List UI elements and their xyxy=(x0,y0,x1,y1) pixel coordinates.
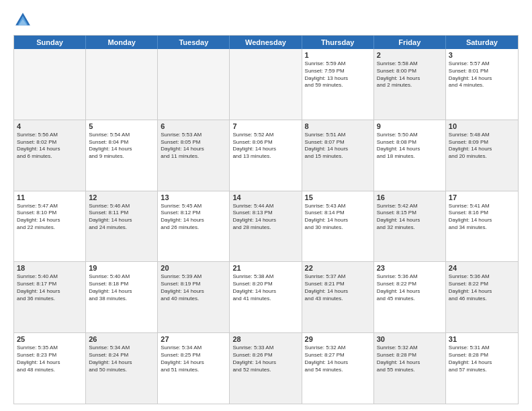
cell-line: and 18 minutes. xyxy=(377,153,443,161)
calendar-header: SundayMondayTuesdayWednesdayThursdayFrid… xyxy=(14,36,518,49)
cell-line: Sunrise: 5:56 AM xyxy=(17,132,83,139)
day-number: 20 xyxy=(161,264,226,272)
cell-line: Daylight: 14 hours xyxy=(89,146,154,153)
cell-line: Sunset: 8:20 PM xyxy=(232,281,298,288)
calendar-cell: 19Sunrise: 5:40 AMSunset: 8:18 PMDayligh… xyxy=(86,262,158,332)
cell-line: Sunrise: 5:35 AM xyxy=(17,345,83,352)
day-number: 8 xyxy=(305,122,371,130)
cell-line: Sunset: 8:02 PM xyxy=(17,139,83,146)
day-number: 1 xyxy=(305,51,371,59)
cell-line: Daylight: 14 hours xyxy=(89,359,154,367)
cell-line: Sunset: 8:19 PM xyxy=(161,281,226,288)
day-number: 4 xyxy=(17,122,83,130)
cell-line: Sunset: 8:16 PM xyxy=(449,210,515,217)
cell-line: Sunrise: 5:36 AM xyxy=(449,273,515,281)
calendar-cell: 14Sunrise: 5:44 AMSunset: 8:13 PMDayligh… xyxy=(230,191,302,262)
cell-line: and 30 minutes. xyxy=(305,224,371,232)
cell-line: and 22 minutes. xyxy=(17,224,83,232)
calendar-row: 25Sunrise: 5:35 AMSunset: 8:23 PMDayligh… xyxy=(14,332,518,404)
page: SundayMondayTuesdayWednesdayThursdayFrid… xyxy=(0,0,532,411)
cell-line: Sunset: 8:22 PM xyxy=(449,281,515,288)
calendar-cell xyxy=(86,49,158,120)
calendar-cell: 29Sunrise: 5:32 AMSunset: 8:27 PMDayligh… xyxy=(302,333,374,404)
cell-line: Daylight: 14 hours xyxy=(305,288,371,295)
day-number: 25 xyxy=(17,335,83,343)
cell-line: Sunset: 8:24 PM xyxy=(89,352,154,359)
cell-line: Daylight: 14 hours xyxy=(161,359,226,367)
calendar-row: 11Sunrise: 5:47 AMSunset: 8:10 PMDayligh… xyxy=(14,191,518,262)
calendar-cell: 11Sunrise: 5:47 AMSunset: 8:10 PMDayligh… xyxy=(14,191,86,262)
cell-line: and 15 minutes. xyxy=(305,153,371,161)
header-cell-friday: Friday xyxy=(374,36,446,49)
cell-line: Daylight: 14 hours xyxy=(449,359,515,367)
calendar-cell: 31Sunrise: 5:31 AMSunset: 8:28 PMDayligh… xyxy=(446,333,518,404)
cell-line: Daylight: 14 hours xyxy=(89,217,154,224)
cell-line: Sunrise: 5:44 AM xyxy=(232,203,298,210)
cell-line: and 6 minutes. xyxy=(17,153,83,161)
cell-line: and 59 minutes. xyxy=(305,82,371,89)
cell-line: Sunrise: 5:59 AM xyxy=(305,60,371,68)
day-number: 11 xyxy=(17,193,83,201)
day-number: 18 xyxy=(17,264,83,272)
cell-line: Sunrise: 5:38 AM xyxy=(232,273,298,281)
day-number: 16 xyxy=(377,193,443,201)
header-cell-wednesday: Wednesday xyxy=(230,36,302,49)
cell-line: Sunset: 8:27 PM xyxy=(305,352,371,359)
day-number: 19 xyxy=(89,264,154,272)
calendar-cell: 18Sunrise: 5:40 AMSunset: 8:17 PMDayligh… xyxy=(14,262,86,332)
cell-line: Sunset: 8:28 PM xyxy=(377,352,443,359)
calendar-cell: 1Sunrise: 5:59 AMSunset: 7:59 PMDaylight… xyxy=(302,49,374,120)
calendar-cell: 7Sunrise: 5:52 AMSunset: 8:06 PMDaylight… xyxy=(230,120,302,191)
calendar: SundayMondayTuesdayWednesdayThursdayFrid… xyxy=(13,35,519,404)
cell-line: Sunrise: 5:48 AM xyxy=(449,132,515,139)
cell-line: Daylight: 14 hours xyxy=(161,217,226,224)
cell-line: and 46 minutes. xyxy=(449,295,515,303)
cell-line: and 2 minutes. xyxy=(377,82,443,89)
cell-line: and 51 minutes. xyxy=(161,367,226,374)
header-cell-thursday: Thursday xyxy=(302,36,374,49)
cell-line: and 41 minutes. xyxy=(232,295,298,303)
day-number: 2 xyxy=(377,51,443,59)
calendar-cell: 30Sunrise: 5:32 AMSunset: 8:28 PMDayligh… xyxy=(374,333,446,404)
cell-line: Sunrise: 5:58 AM xyxy=(377,60,443,68)
cell-line: and 54 minutes. xyxy=(305,367,371,374)
calendar-cell: 10Sunrise: 5:48 AMSunset: 8:09 PMDayligh… xyxy=(446,120,518,191)
cell-line: and 24 minutes. xyxy=(89,224,154,232)
calendar-cell: 4Sunrise: 5:56 AMSunset: 8:02 PMDaylight… xyxy=(14,120,86,191)
cell-line: Sunrise: 5:32 AM xyxy=(377,345,443,352)
calendar-body: 1Sunrise: 5:59 AMSunset: 7:59 PMDaylight… xyxy=(14,49,518,404)
cell-line: Daylight: 14 hours xyxy=(17,146,83,153)
cell-line: and 9 minutes. xyxy=(89,153,154,161)
cell-line: Daylight: 14 hours xyxy=(449,288,515,295)
cell-line: Sunset: 8:23 PM xyxy=(17,352,83,359)
cell-line: Daylight: 14 hours xyxy=(377,217,443,224)
cell-line: and 28 minutes. xyxy=(232,224,298,232)
cell-line: Sunrise: 5:46 AM xyxy=(89,203,154,210)
cell-line: Sunset: 8:09 PM xyxy=(449,139,515,146)
calendar-cell: 25Sunrise: 5:35 AMSunset: 8:23 PMDayligh… xyxy=(14,333,86,404)
cell-line: Daylight: 14 hours xyxy=(161,146,226,153)
header-cell-sunday: Sunday xyxy=(14,36,86,49)
calendar-cell: 21Sunrise: 5:38 AMSunset: 8:20 PMDayligh… xyxy=(230,262,302,332)
cell-line: Sunset: 7:59 PM xyxy=(305,68,371,75)
header-cell-tuesday: Tuesday xyxy=(158,36,230,49)
cell-line: Sunset: 8:12 PM xyxy=(161,210,226,217)
cell-line: Daylight: 13 hours xyxy=(305,75,371,83)
day-number: 10 xyxy=(449,122,515,130)
day-number: 7 xyxy=(232,122,298,130)
cell-line: Sunset: 8:06 PM xyxy=(232,139,298,146)
cell-line: Sunrise: 5:45 AM xyxy=(161,203,226,210)
cell-line: Sunrise: 5:51 AM xyxy=(305,132,371,139)
cell-line: Daylight: 14 hours xyxy=(161,288,226,295)
cell-line: and 11 minutes. xyxy=(161,153,226,161)
calendar-row: 1Sunrise: 5:59 AMSunset: 7:59 PMDaylight… xyxy=(14,49,518,120)
cell-line: Sunset: 8:25 PM xyxy=(161,352,226,359)
cell-line: Daylight: 14 hours xyxy=(17,288,83,295)
calendar-cell: 23Sunrise: 5:36 AMSunset: 8:22 PMDayligh… xyxy=(374,262,446,332)
cell-line: Sunset: 8:28 PM xyxy=(449,352,515,359)
calendar-cell: 27Sunrise: 5:34 AMSunset: 8:25 PMDayligh… xyxy=(158,333,230,404)
cell-line: Sunset: 8:14 PM xyxy=(305,210,371,217)
cell-line: Daylight: 14 hours xyxy=(17,217,83,224)
cell-line: Sunset: 8:00 PM xyxy=(377,68,443,75)
cell-line: Sunrise: 5:41 AM xyxy=(449,203,515,210)
